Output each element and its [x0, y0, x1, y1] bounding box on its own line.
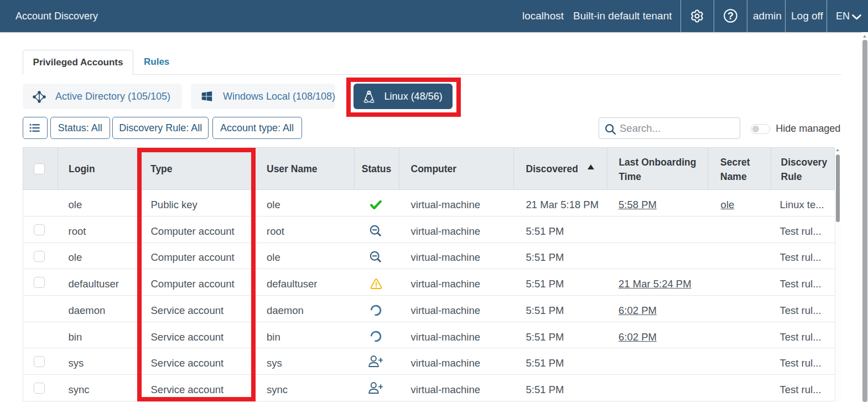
- svg-text:?: ?: [727, 10, 734, 21]
